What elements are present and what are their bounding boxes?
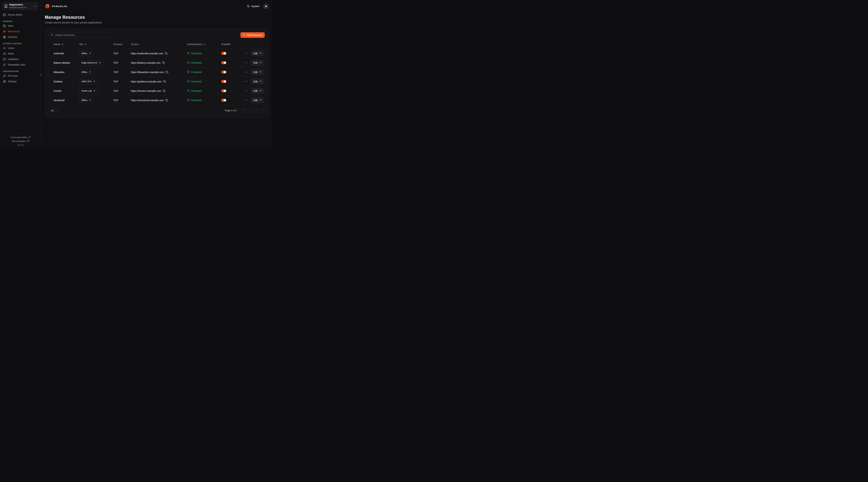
mail-check-icon [3,58,6,61]
community-edition-link[interactable]: Community Edition [2,135,39,139]
sidebar-item-label: Sites [8,25,13,27]
site-link-button[interactable]: Office [79,51,93,56]
next-page-button[interactable] [254,108,258,113]
chevrons-left-icon [243,109,245,112]
copy-icon[interactable] [165,99,168,101]
row-menu-icon[interactable] [245,89,248,92]
sidebar-item-sites[interactable]: Sites [3,23,38,29]
version-label: v1.7.0 [2,143,39,147]
external-link-icon [29,136,31,139]
sidebar-scrollbar[interactable] [40,73,41,76]
shield-check-icon [187,70,190,74]
resources-card: Add Resource Name Site P [45,28,269,118]
server-icon [3,13,6,16]
enabled-toggle[interactable] [221,80,226,83]
resource-url: https://grafana.example.com [131,80,162,83]
edit-button[interactable]: Edit [251,69,264,75]
resource-url: https://authentik.example.com [131,52,163,55]
sidebar-item-users[interactable]: Users [3,45,38,51]
column-header-site[interactable]: Site [79,43,113,45]
sidebar-item-api-keys[interactable]: API Keys [3,73,38,78]
site-link-button[interactable]: Home Lab [79,88,98,94]
row-menu-icon[interactable] [245,52,248,55]
arrow-right-icon [259,99,261,102]
copy-icon[interactable] [165,52,167,55]
site-link-button[interactable]: Office [79,98,93,103]
last-page-button[interactable] [260,108,265,113]
sidebar-item-server-admin[interactable]: Server Admin [3,12,38,18]
arrow-right-icon [259,71,261,73]
enabled-toggle[interactable] [221,89,226,92]
chevron-down-icon [55,109,58,111]
add-resource-button[interactable]: Add Resource [241,32,265,38]
enabled-toggle[interactable] [221,99,226,102]
sidebar-item-roles[interactable]: Roles [3,51,38,56]
avatar[interactable]: M [264,4,269,9]
arrow-up-right-icon [89,52,91,55]
copy-icon[interactable] [166,71,168,73]
resource-name: Battery Monitor [54,61,79,64]
enabled-toggle[interactable] [221,52,226,55]
page-size-select[interactable]: 20 [49,107,60,113]
resource-protocol: TCP [113,99,131,102]
arrow-right-icon [259,80,261,83]
auth-status: Protected [191,90,202,92]
page-head: Manage Resources Create secure proxies t… [45,15,269,24]
first-page-button[interactable] [241,108,246,113]
auth-status: Protected [191,71,202,73]
row-menu-icon[interactable] [245,61,248,64]
row-menu-icon[interactable] [245,99,248,102]
row-menu-icon[interactable] [245,71,248,73]
arrow-right-icon [259,61,261,64]
auth-status: Protected [191,52,202,55]
edit-button[interactable]: Edit [251,51,264,56]
org-value: milo@fossorial.io's ... [9,6,32,9]
sidebar-item-domains[interactable]: Domains [3,34,38,40]
resource-name: Nextcloud [54,99,79,102]
documentation-link[interactable]: Documentation [2,139,39,143]
sidebar-item-shareable-links[interactable]: Shareable Links [3,62,38,67]
copy-icon[interactable] [163,90,165,92]
site-link-button[interactable]: Edge Device 01 [79,60,103,65]
edit-button[interactable]: Edit [251,97,264,103]
enabled-toggle[interactable] [221,71,226,73]
table-row: Nextcloud Office TCP https://nextcloud.e… [45,96,269,105]
user-icon [3,47,6,50]
page-indicator: Page 1 of 1 [225,109,237,112]
column-header-authentication[interactable]: Authentication [187,43,221,45]
chevrons-right-icon [261,109,264,112]
column-header-name[interactable]: Name [54,43,79,45]
sidebar-item-label: Settings [8,80,17,83]
enabled-toggle[interactable] [221,61,226,64]
edit-button[interactable]: Edit [251,60,264,65]
row-menu-icon[interactable] [245,80,248,83]
sidebar-item-settings[interactable]: Settings [3,78,38,84]
prev-page-button[interactable] [248,108,252,113]
search-input[interactable] [55,33,109,37]
resource-protocol: TCP [113,52,131,55]
copy-icon[interactable] [163,80,166,83]
org-switcher[interactable]: Organization milo@fossorial.io's ... [2,2,38,10]
theme-selector[interactable]: System [247,5,259,8]
chevrons-up-down-icon [34,5,36,7]
combine-icon [3,25,6,27]
theme-label: System [251,5,259,8]
site-link-button[interactable]: AWS VPC [79,79,98,84]
sidebar-item-resources[interactable]: Resources [3,29,38,34]
edit-button[interactable]: Edit [251,88,264,94]
resource-name: Immich [54,90,79,92]
sidebar-item-label: Roles [8,52,14,55]
section-title-general: GENERAL [3,20,38,22]
card-toolbar: Add Resource [45,28,269,38]
site-link-button[interactable]: Office [79,70,93,75]
resource-name: Grafana [54,80,79,83]
sidebar-item-invitations[interactable]: Invitations [3,56,38,62]
sidebar-item-label: Domains [8,36,18,38]
shield-check-icon [187,61,190,64]
resource-protocol: TCP [113,71,131,73]
column-header-access: Access [131,43,187,45]
copy-icon[interactable] [162,61,165,64]
plus-icon [243,33,245,37]
edit-button[interactable]: Edit [251,79,264,84]
shield-check-icon [187,89,190,93]
